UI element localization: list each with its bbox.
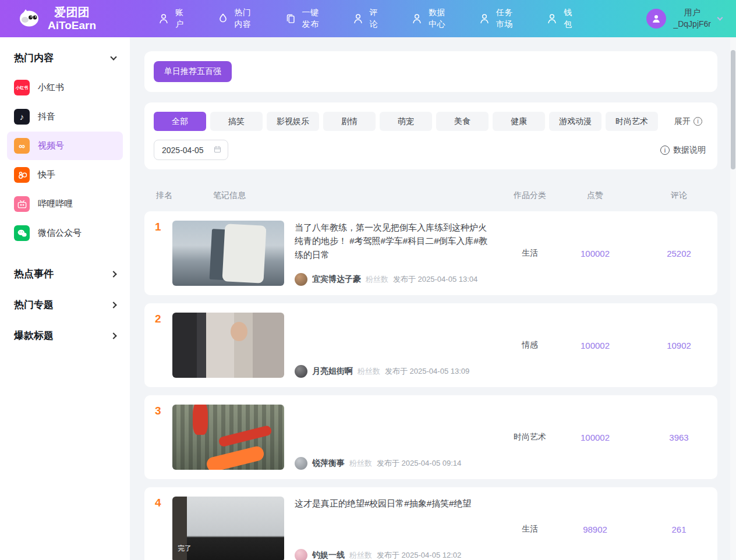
tab-film-entertainment[interactable]: 影视娱乐: [267, 112, 319, 131]
sidebar-section-hot-events[interactable]: 热点事件: [0, 259, 130, 289]
user-icon: [157, 12, 170, 25]
comments-cell: 25202: [650, 249, 708, 258]
note-title[interactable]: 当了八年教练，第一次见把倒车入库练到这种炉火纯青的地步！ #考驾照#学车#科目二…: [295, 221, 493, 261]
thumbnail-caption: 完了: [178, 544, 192, 554]
author-avatar: [295, 273, 307, 286]
tab-health[interactable]: 健康: [493, 112, 545, 131]
rank-number: 3: [155, 405, 172, 470]
info-icon: i: [660, 146, 670, 155]
xiaohongshu-icon: 小红书: [14, 80, 30, 95]
note-info: 锐萍衡事 粉丝数 发布于 2025-04-05 09:14: [295, 405, 493, 470]
publish-time: 发布于 2025-04-05 13:04: [393, 274, 477, 285]
shipinhao-icon: ∞: [14, 138, 30, 154]
user-icon: [352, 12, 365, 25]
expand-tabs-link[interactable]: 展开 i: [674, 116, 708, 127]
sidebar-item-douyin[interactable]: ♪ 抖音: [7, 102, 123, 131]
sidebar-section-hot-content[interactable]: 热门内容: [0, 42, 130, 73]
comments-cell: 3963: [650, 433, 708, 442]
publish-time: 发布于 2025-04-05 12:02: [377, 550, 461, 560]
sidebar-item-xiaohongshu[interactable]: 小红书 小红书: [7, 73, 123, 102]
user-menu[interactable]: 用户_DqJpjF6r: [646, 7, 736, 30]
sidebar-item-bilibili[interactable]: 哔哩哔哩: [7, 190, 123, 218]
nav-item-one-click-publish[interactable]: 一键发布: [284, 7, 319, 30]
wechat-icon: [14, 225, 30, 241]
fans-label: 粉丝数: [358, 366, 380, 377]
table-row[interactable]: 2 月亮姐街啊 粉丝数 发布于 2025-04-05 13:09 情感 1000…: [144, 303, 717, 387]
data-note-link[interactable]: i 数据说明: [660, 145, 708, 155]
fans-label: 粉丝数: [349, 550, 372, 560]
avatar: [646, 9, 666, 29]
sidebar-section-hot-titles[interactable]: 爆款标题: [0, 321, 130, 350]
sidebar-item-shipinhao[interactable]: ∞ 视频号: [7, 132, 123, 160]
nav-item-wallet[interactable]: 钱包: [546, 7, 572, 30]
nav-item-comments[interactable]: 评论: [352, 7, 378, 30]
nav-item-hot-content[interactable]: 热门内容: [217, 7, 252, 30]
category-cell: 生活: [500, 248, 560, 258]
tab-pets[interactable]: 萌宠: [380, 112, 432, 131]
header-rank: 排名: [156, 190, 174, 201]
author-name[interactable]: 锐萍衡事: [312, 458, 345, 469]
category-cell: 生活: [500, 524, 560, 534]
scrollbar-thumb[interactable]: [731, 50, 735, 169]
sidebar-item-label: 微信公众号: [38, 228, 82, 239]
date-picker[interactable]: 2025-04-05: [154, 140, 228, 160]
chevron-down-icon: [717, 15, 723, 20]
author-row: 月亮姐街啊 粉丝数 发布于 2025-04-05 13:09: [295, 365, 493, 378]
chevron-right-icon: [110, 302, 116, 308]
expand-label: 展开: [674, 116, 691, 127]
tab-all[interactable]: 全部: [154, 112, 206, 131]
author-name[interactable]: 月亮姐街啊: [312, 366, 353, 377]
app-subtitle: AiToEarn: [48, 19, 96, 33]
sidebar-item-wechat-official[interactable]: 微信公众号: [7, 219, 123, 247]
video-thumbnail[interactable]: [172, 313, 284, 378]
video-thumbnail[interactable]: 完了: [172, 497, 284, 560]
tab-funny[interactable]: 搞笑: [210, 112, 263, 131]
sidebar-item-label: 抖音: [38, 111, 55, 122]
sidebar-item-label: 视频号: [38, 140, 64, 151]
bilibili-icon: [14, 196, 30, 212]
sidebar-item-kuaishou[interactable]: 快手: [7, 161, 123, 189]
nav-item-account[interactable]: 账户: [157, 7, 184, 30]
app-logo[interactable]: 爱团团 AiToEarn: [0, 5, 127, 33]
comments-cell: 261: [650, 524, 708, 534]
author-avatar: [295, 549, 307, 560]
author-row: 宜宾博达子豪 粉丝数 发布于 2025-04-05 13:04: [295, 273, 493, 286]
section-label: 爆款标题: [14, 329, 54, 342]
table-row[interactable]: 1 当了八年教练，第一次见把倒车入库练到这种炉火纯青的地步！ #考驾照#学车#科…: [144, 211, 717, 295]
daily-top500-button[interactable]: 单日推荐五百强: [154, 61, 232, 82]
table-row[interactable]: 4 完了 这才是真正的绝望#校园日常#抽象#搞笑#绝望 钓娱一线 粉丝数 发布于…: [144, 487, 717, 560]
rank-number: 1: [155, 221, 172, 286]
nav-item-label: 任务市场: [496, 7, 513, 30]
tab-drama[interactable]: 剧情: [323, 112, 376, 131]
sidebar-section-hot-topics[interactable]: 热门专题: [0, 290, 130, 320]
nav-item-data-center[interactable]: 数据中心: [411, 7, 445, 30]
user-icon: [411, 12, 423, 25]
tab-game-anime[interactable]: 游戏动漫: [549, 112, 601, 131]
tab-food[interactable]: 美食: [436, 112, 489, 131]
likes-cell: 100002: [566, 249, 624, 258]
chevron-right-icon: [110, 332, 116, 339]
nav-item-label: 热门内容: [235, 7, 252, 30]
tab-fashion-art[interactable]: 时尚艺术: [606, 112, 658, 131]
app-title: 爱团团: [48, 5, 96, 19]
nav-item-label: 数据中心: [429, 7, 445, 30]
data-note-label: 数据说明: [673, 145, 706, 155]
note-info: 月亮姐街啊 粉丝数 发布于 2025-04-05 13:09: [295, 313, 493, 378]
table-row[interactable]: 3 锐萍衡事 粉丝数 发布于 2025-04-05 09:14 时尚艺术 100…: [144, 395, 717, 479]
category-cell: 情感: [500, 340, 560, 350]
video-thumbnail[interactable]: [172, 221, 284, 286]
author-name[interactable]: 宜宾博达子豪: [312, 274, 361, 285]
likes-cell: 98902: [566, 524, 624, 534]
table-header: 排名 笔记信息 作品分类 点赞 评论: [144, 179, 717, 211]
note-title[interactable]: 这才是真正的绝望#校园日常#抽象#搞笑#绝望: [295, 497, 493, 510]
nav-item-label: 钱包: [564, 7, 572, 30]
author-avatar: [295, 365, 307, 378]
likes-cell: 100002: [566, 433, 624, 442]
scrollbar-track[interactable]: [730, 38, 736, 560]
video-thumbnail[interactable]: [172, 405, 284, 470]
chevron-right-icon: [110, 271, 116, 277]
nav-item-task-market[interactable]: 任务市场: [478, 7, 513, 30]
author-name[interactable]: 钓娱一线: [312, 550, 345, 560]
likes-cell: 100002: [566, 341, 624, 350]
header-comments: 评论: [650, 190, 708, 201]
